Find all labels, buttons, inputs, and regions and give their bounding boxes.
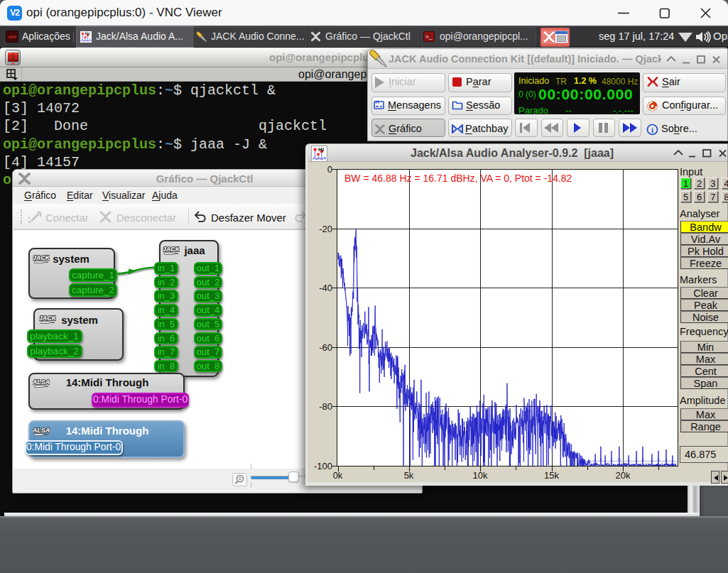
svg-text:Hz: Hz: [85, 31, 90, 36]
svg-text:ALSA: ALSA: [33, 378, 50, 386]
svg-text:JACK: JACK: [39, 315, 56, 322]
svg-text:i: i: [651, 126, 653, 134]
svg-text:Hz: Hz: [318, 146, 325, 153]
svg-text:ALSA: ALSA: [33, 427, 50, 434]
